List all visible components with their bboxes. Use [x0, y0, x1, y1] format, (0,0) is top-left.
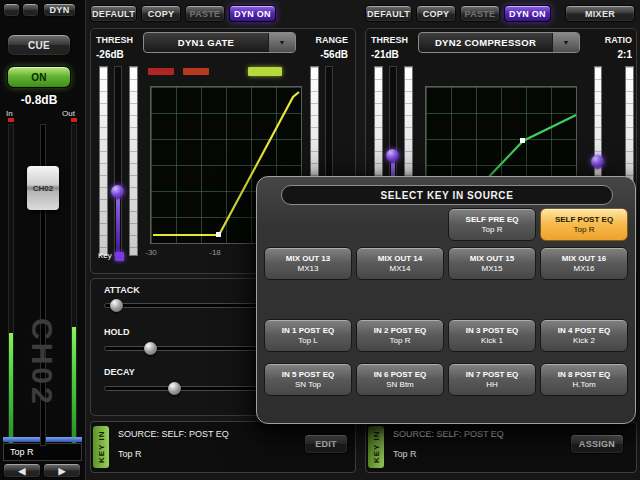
keyin-source-mix-out-14[interactable]: MIX OUT 14 MX14	[356, 247, 444, 280]
dyn1-keyin-source: SOURCE: SELF: POST EQ	[118, 429, 229, 439]
dyn2-keyin-tab: KEY IN	[368, 426, 384, 468]
dyn1-keyin-meter	[99, 66, 108, 256]
attack-knob[interactable]	[110, 299, 123, 312]
dyn2-keyin-source: SOURCE: SELF: POST EQ	[393, 429, 504, 439]
in-meter	[8, 124, 14, 446]
keyin-source-in-8[interactable]: IN 8 POST EQ H.Tom	[540, 363, 628, 396]
keyin-source-mix-out-15[interactable]: MIX OUT 15 MX15	[448, 247, 536, 280]
strip-button-b[interactable]	[22, 3, 39, 17]
in-clip-led	[8, 118, 14, 122]
source-button-label: MIX OUT 16	[562, 254, 606, 263]
dyn1-paste-button[interactable]: PASTE	[185, 5, 225, 22]
cue-button[interactable]: CUE	[7, 34, 71, 56]
source-button-label: MIX OUT 15	[470, 254, 514, 263]
hold-label: HOLD	[104, 327, 130, 337]
dyn1-default-button[interactable]: DEFAULT	[90, 5, 137, 22]
out-label: Out	[62, 109, 75, 118]
chevron-down-icon: ▼	[279, 39, 286, 46]
dyn2-ratio-knob[interactable]	[591, 155, 604, 168]
dyn2-keyin-name: Top R	[393, 449, 417, 459]
gate-led-red	[148, 68, 174, 75]
source-button-label: IN 4 POST EQ	[558, 326, 610, 335]
next-channel-button[interactable]: ▶	[43, 463, 81, 478]
keyin-source-mix-out-13[interactable]: MIX OUT 13 MX13	[264, 247, 352, 280]
source-button-label: MIX OUT 14	[378, 254, 422, 263]
decay-knob[interactable]	[168, 382, 181, 395]
source-button-label: IN 6 POST EQ	[374, 370, 426, 379]
source-button-sublabel: Top R	[482, 225, 503, 234]
dyn2-ratio-label: RATIO	[574, 35, 632, 45]
source-button-label: IN 3 POST EQ	[466, 326, 518, 335]
source-button-sublabel: Top L	[298, 336, 318, 345]
out-meter	[71, 124, 77, 446]
source-button-sublabel: MX16	[574, 264, 595, 273]
dyn2-copy-button[interactable]: COPY	[416, 5, 456, 22]
source-button-sublabel: MX15	[482, 264, 503, 273]
keyin-source-in-3[interactable]: IN 3 POST EQ Kick 1	[448, 319, 536, 352]
dyn1-type-selector[interactable]: DYN1 GATE ▼	[143, 32, 296, 53]
fader-handle[interactable]: CH02	[27, 166, 59, 210]
dyn2-paste-button[interactable]: PASTE	[460, 5, 500, 22]
in-label: In	[6, 109, 13, 118]
keyin-source-in-4[interactable]: IN 4 POST EQ Kick 2	[540, 319, 628, 352]
dynamics-screen: DYN CUE ON -0.8dB In Out CH02 CH02 Top R…	[0, 0, 640, 480]
fader-cap-label: CH02	[33, 184, 53, 193]
dyn1-range-label: RANGE	[286, 35, 348, 45]
source-button-label: IN 2 POST EQ	[374, 326, 426, 335]
dyn1-gr-meter	[129, 66, 138, 256]
keyin-source-in-1[interactable]: IN 1 POST EQ Top L	[264, 319, 352, 352]
keyin-source-mix-out-16[interactable]: MIX OUT 16 MX16	[540, 247, 628, 280]
dyn1-keyin-edit-button[interactable]: EDIT	[304, 434, 348, 454]
channel-name-vertical: CH02	[25, 318, 59, 446]
source-button-sublabel: MX13	[298, 264, 319, 273]
source-button-label: IN 8 POST EQ	[558, 370, 610, 379]
source-button-sublabel: SN Btm	[386, 380, 414, 389]
key-meter-label: Key	[98, 251, 112, 260]
keyin-source-popup: SELECT KEY IN SOURCE SELF PRE EQ Top R S…	[256, 176, 636, 424]
keyin-source-in-6[interactable]: IN 6 POST EQ SN Btm	[356, 363, 444, 396]
dyn2-default-button[interactable]: DEFAULT	[365, 5, 412, 22]
strip-button-a[interactable]	[3, 3, 20, 17]
dyn1-thresh-knob[interactable]	[111, 185, 124, 198]
keyin-source-self-pre-eq[interactable]: SELF PRE EQ Top R	[448, 208, 536, 241]
mixer-button[interactable]: MIXER	[565, 5, 635, 22]
attack-label: ATTACK	[104, 285, 140, 295]
dyn2-on-button[interactable]: DYN ON	[504, 5, 551, 22]
dyn2-thresh-label: THRESH	[371, 35, 408, 45]
dyn2-thresh-knob[interactable]	[386, 149, 399, 162]
keyin-source-in-7[interactable]: IN 7 POST EQ HH	[448, 363, 536, 396]
gate-led-green	[248, 67, 282, 76]
dyn1-copy-button[interactable]: COPY	[141, 5, 181, 22]
dyn2-type-selector[interactable]: DYN2 COMPRESSOR ▼	[418, 32, 580, 53]
popup-title: SELECT KEY IN SOURCE	[281, 185, 613, 205]
dyn1-thresh-value: -26dB	[96, 49, 124, 60]
source-button-label: MIX OUT 13	[286, 254, 330, 263]
prev-channel-button[interactable]: ◀	[3, 463, 41, 478]
source-button-label: SELF POST EQ	[555, 215, 613, 224]
key-meter	[115, 252, 124, 261]
source-button-label: IN 7 POST EQ	[466, 370, 518, 379]
on-button[interactable]: ON	[7, 66, 71, 88]
keyin-source-in-2[interactable]: IN 2 POST EQ Top R	[356, 319, 444, 352]
keyin-source-self-post-eq[interactable]: SELF POST EQ Top R	[540, 208, 628, 241]
dyn-tab[interactable]: DYN	[43, 3, 76, 17]
gate-led-amber	[183, 68, 209, 75]
in-meter-fill	[9, 333, 13, 445]
right-arrow-icon: ▶	[58, 466, 65, 476]
source-button-sublabel: SN Top	[295, 380, 321, 389]
keyin-source-in-5[interactable]: IN 5 POST EQ SN Top	[264, 363, 352, 396]
source-button-sublabel: Kick 1	[481, 336, 503, 345]
dyn2-thresh-value: -21dB	[371, 49, 399, 60]
dyn2-keyin-assign-button[interactable]: ASSIGN	[570, 434, 624, 454]
hold-knob[interactable]	[144, 342, 157, 355]
decay-label: DECAY	[104, 367, 135, 377]
dyn1-range-value: -56dB	[286, 49, 348, 60]
dyn1-keyin-tab: KEY IN	[93, 426, 109, 468]
axis-label-18: -18	[204, 248, 226, 257]
chevron-down-icon: ▼	[563, 39, 570, 46]
source-button-label: IN 1 POST EQ	[282, 326, 334, 335]
dyn1-thresh-slider[interactable]	[114, 66, 122, 256]
left-arrow-icon: ◀	[18, 466, 25, 476]
dyn1-keyin-name: Top R	[118, 449, 142, 459]
dyn1-on-button[interactable]: DYN ON	[229, 5, 276, 22]
